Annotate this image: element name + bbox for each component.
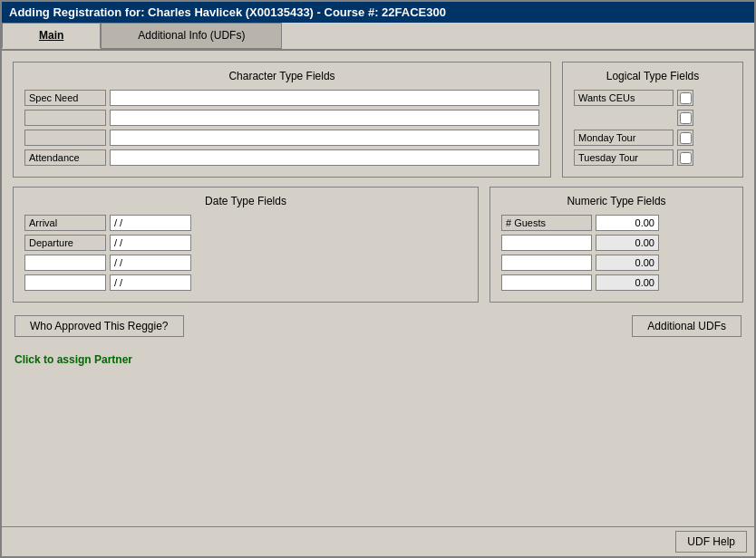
numeric-fields-panel: Numeric Type Fields # Guests [489,187,743,303]
char-input-3[interactable] [110,149,539,166]
date-field-row-3 [24,274,467,291]
date-panel-title: Date Type Fields [24,195,467,207]
logical-checkbox-3[interactable] [677,149,693,166]
logical-row-0: Wants CEUs [574,90,732,106]
logical-label-3: Tuesday Tour [574,149,674,166]
logical-label-1 [574,110,674,126]
bottom-row: Date Type Fields Arrival Departure [13,187,743,303]
date-input-3[interactable] [110,274,191,291]
who-approved-button[interactable]: Who Approved This Reggie? [15,315,184,337]
numeric-input-3 [596,274,659,291]
date-input-0[interactable] [110,215,191,231]
tab-main[interactable]: Main [2,23,101,49]
title-text: Adding Registration for: Charles Havlice… [9,5,446,19]
char-field-row-0: Spec Need [24,90,539,106]
title-bar: Adding Registration for: Charles Havlice… [2,2,754,23]
numeric-field-row-3 [501,274,732,291]
date-fields-panel: Date Type Fields Arrival Departure [13,187,479,303]
numeric-input-1 [596,235,659,251]
additional-udfs-button[interactable]: Additional UDFs [632,315,741,337]
logical-row-3: Tuesday Tour [574,149,732,166]
logical-fields-panel: Logical Type Fields Wants CEUs [562,62,743,178]
main-window: Adding Registration for: Charles Havlice… [0,0,756,558]
logical-label-0: Wants CEUs [574,90,674,106]
char-panel-title: Character Type Fields [24,70,539,82]
numeric-input-2 [596,255,659,271]
char-field-row-3: Attendance [24,149,539,166]
date-input-1[interactable] [110,235,191,251]
char-label-0: Spec Need [24,90,106,106]
char-field-row-1 [24,110,539,126]
tab-additional[interactable]: Additional Info (UDFs) [101,23,282,49]
bottom-buttons-row: Who Approved This Reggie? Additional UDF… [13,312,743,341]
date-label-1: Departure [24,235,106,251]
char-input-1[interactable] [110,110,539,126]
udf-help-button[interactable]: UDF Help [675,531,747,553]
char-field-row-2 [24,130,539,146]
numeric-input-0[interactable] [596,215,659,231]
logical-checkbox-2[interactable] [677,130,693,146]
content-area: Character Type Fields Spec Need [2,51,754,526]
numeric-label-3 [501,274,592,291]
char-label-2 [24,130,106,146]
top-row: Character Type Fields Spec Need [13,62,743,178]
date-label-2 [24,255,106,271]
tab-bar: Main Additional Info (UDFs) [2,23,754,51]
logical-checkbox-1[interactable] [677,110,693,126]
logical-row-2: Monday Tour [574,130,732,146]
logical-checkbox-0[interactable] [677,90,693,106]
numeric-panel-title: Numeric Type Fields [501,195,732,207]
date-field-row-2 [24,255,467,271]
numeric-field-row-2 [501,255,732,271]
char-label-1 [24,110,106,126]
char-label-3: Attendance [24,149,106,166]
logical-label-2: Monday Tour [574,130,674,146]
date-label-3 [24,274,106,291]
logical-panel-title: Logical Type Fields [574,70,732,82]
date-label-0: Arrival [24,215,106,231]
numeric-label-0: # Guests [501,215,592,231]
date-field-row-1: Departure [24,235,467,251]
date-input-2[interactable] [110,255,191,271]
numeric-label-2 [501,255,592,271]
char-input-2[interactable] [110,130,539,146]
assign-partner-link[interactable]: Click to assign Partner [13,350,743,370]
logical-row-1 [574,110,732,126]
date-field-row-0: Arrival [24,215,467,231]
char-input-0[interactable] [110,90,539,106]
numeric-field-row-1 [501,235,732,251]
numeric-label-1 [501,235,592,251]
character-fields-panel: Character Type Fields Spec Need [13,62,551,178]
numeric-field-row-0: # Guests [501,215,732,231]
bottom-bar: UDF Help [2,526,754,556]
